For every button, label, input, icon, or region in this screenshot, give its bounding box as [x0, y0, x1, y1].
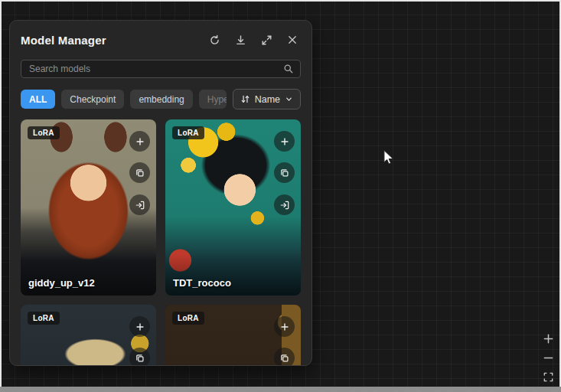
copy-model-button[interactable] — [129, 162, 150, 183]
add-model-button[interactable] — [129, 316, 150, 337]
canvas-zoom-controls — [543, 333, 554, 383]
model-manager-panel: Model Manager — [9, 20, 312, 366]
filter-bar: ALL Checkpoint embedding Hype Name — [21, 89, 301, 109]
copy-icon — [135, 353, 145, 364]
model-type-badge: LoRA — [28, 312, 60, 325]
model-type-badge: LoRA — [172, 126, 204, 139]
load-model-button[interactable] — [129, 194, 150, 215]
window-frame — [0, 0, 561, 2]
refresh-icon — [209, 34, 220, 46]
filter-chip-all[interactable]: ALL — [21, 90, 55, 109]
panel-title: Model Manager — [21, 34, 106, 47]
sort-icon — [240, 94, 250, 104]
window-frame — [0, 387, 561, 392]
sort-dropdown[interactable]: Name — [233, 89, 301, 109]
model-card[interactable]: LoRA TDT_rococo — [165, 119, 301, 296]
copy-model-button[interactable] — [274, 348, 295, 366]
plus-icon — [279, 322, 290, 332]
search-input[interactable] — [28, 63, 283, 75]
close-button[interactable] — [287, 34, 298, 45]
expand-icon — [261, 34, 272, 46]
add-model-button[interactable] — [274, 131, 295, 152]
copy-model-button[interactable] — [274, 162, 295, 183]
plus-icon — [135, 136, 145, 147]
close-icon — [287, 34, 298, 45]
chevron-down-icon — [285, 95, 293, 103]
model-name: giddy_up_v12 — [28, 277, 95, 289]
filter-chip-hype-label: Hype — [207, 94, 227, 105]
zoom-out-icon — [543, 352, 554, 364]
model-card-grid: LoRA giddy_up_v12 LoRA — [21, 119, 301, 366]
model-type-badge: LoRA — [172, 312, 204, 325]
panel-header-actions — [209, 34, 301, 46]
filter-chip-embedding[interactable]: embedding — [130, 90, 192, 109]
fit-view-button[interactable] — [543, 371, 554, 383]
sort-label: Name — [255, 94, 280, 105]
import-icon — [279, 200, 290, 211]
model-type-badge: LoRA — [28, 126, 60, 139]
search-icon — [283, 64, 294, 74]
add-model-button[interactable] — [274, 316, 295, 337]
search-bar — [21, 60, 301, 78]
download-icon — [235, 34, 246, 46]
zoom-out-button[interactable] — [543, 352, 554, 364]
model-card[interactable]: LoRA — [165, 305, 301, 366]
expand-button[interactable] — [261, 34, 272, 46]
zoom-in-icon — [543, 333, 554, 345]
copy-icon — [279, 168, 290, 178]
panel-header: Model Manager — [21, 31, 301, 48]
copy-icon — [135, 168, 145, 178]
refresh-button[interactable] — [209, 34, 220, 46]
download-button[interactable] — [235, 34, 246, 46]
copy-icon — [279, 353, 290, 364]
app-root: { "panel": { "title": "Model Manager", "… — [0, 0, 561, 392]
load-model-button[interactable] — [274, 194, 295, 215]
zoom-in-button[interactable] — [543, 333, 554, 345]
add-model-button[interactable] — [129, 131, 150, 152]
filter-chip-checkpoint[interactable]: Checkpoint — [61, 90, 124, 109]
copy-model-button[interactable] — [129, 348, 150, 366]
window-frame — [0, 0, 2, 392]
plus-icon — [279, 136, 290, 147]
plus-icon — [135, 322, 145, 332]
filter-chip-hype[interactable]: Hype — [199, 90, 227, 109]
model-card[interactable]: LoRA giddy_up_v12 — [21, 119, 156, 296]
model-name: TDT_rococo — [173, 277, 231, 289]
model-card[interactable]: LoRA — [21, 305, 156, 366]
card-shade — [165, 254, 301, 296]
fit-view-icon — [543, 371, 554, 383]
card-shade — [21, 254, 156, 296]
import-icon — [135, 200, 145, 211]
